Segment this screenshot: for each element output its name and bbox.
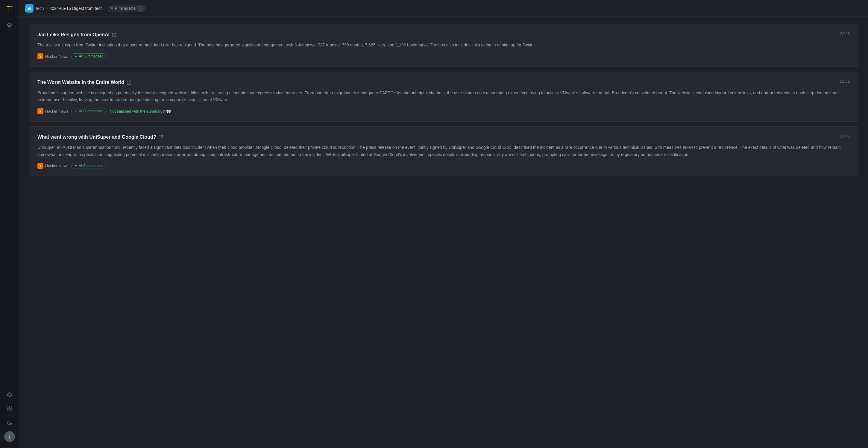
- article-body: UniSuper, an Australian superannuation f…: [37, 144, 850, 158]
- breadcrumb-source-link[interactable]: tech: [36, 6, 44, 11]
- sparkle-icon: ✦: [74, 164, 77, 168]
- source-icon: [25, 4, 33, 12]
- hn-icon: Y: [37, 53, 43, 59]
- hn-icon: Y: [37, 108, 43, 114]
- external-link-icon[interactable]: [158, 135, 163, 140]
- ai-summarized-badge[interactable]: ✦ AI Summarized: [71, 108, 106, 114]
- source-badge: Y Hacker News: [37, 163, 68, 169]
- sidebar: j: [0, 0, 19, 448]
- source-name: Hacker News: [45, 109, 68, 114]
- article-title-text: What went wrong with UniSuper and Google…: [37, 134, 156, 141]
- article-time: 21:52: [840, 79, 850, 84]
- article-body: Broadcom's support website is critiqued …: [37, 90, 850, 103]
- moon-icon[interactable]: [4, 417, 16, 429]
- sparkle-icon: ✦: [74, 55, 77, 58]
- ai-badge-label: AI Summarized: [79, 54, 103, 58]
- app-logo[interactable]: [4, 4, 15, 14]
- article-footer: Y Hacker News ✦ AI Summarized Not satisf…: [37, 108, 850, 114]
- svg-point-2: [30, 9, 31, 10]
- items-count: 9: [115, 6, 117, 10]
- breadcrumb: tech > 2024-05-15 Digest from tech: [36, 6, 103, 11]
- settings-icon[interactable]: [4, 402, 16, 415]
- article-header: The Worst Website in the Entire World 21…: [37, 79, 850, 86]
- article-time: 22:08: [840, 31, 850, 36]
- sparkle-icon: ✦: [74, 109, 77, 113]
- help-icon[interactable]: ?: [138, 6, 143, 11]
- article-body: The text is a snippet from Twitter indic…: [37, 41, 850, 49]
- article-time: 21:43: [840, 134, 850, 138]
- article-header: What went wrong with UniSuper and Google…: [37, 134, 850, 141]
- content-area: Jan Leike Resigns from OpenAI 22:08 The …: [19, 17, 868, 448]
- bug-icon[interactable]: [4, 388, 16, 400]
- article-worst-website[interactable]: The Worst Website in the Entire World 21…: [29, 71, 859, 122]
- ai-summarized-badge[interactable]: ✦ AI Summarized: [71, 163, 106, 169]
- source-name: Hacker News: [45, 54, 68, 59]
- unsatisfied-link[interactable]: Not satisfied with the summary? 👀: [110, 109, 170, 114]
- breadcrumb-current: 2024-05-15 Digest from tech: [50, 6, 102, 11]
- article-footer: Y Hacker News ✦ AI Summarized: [37, 163, 850, 169]
- emoji-eyes: 👀: [166, 109, 171, 114]
- breadcrumb-separator: >: [45, 6, 48, 10]
- ai-badge-label: AI Summarized: [79, 164, 103, 168]
- items-badge: 9 items total ?: [107, 5, 146, 12]
- article-unisuper[interactable]: What went wrong with UniSuper and Google…: [29, 126, 859, 176]
- hn-icon: Y: [37, 163, 43, 169]
- article-header: Jan Leike Resigns from OpenAI 22:08: [37, 31, 850, 38]
- article-title: The Worst Website in the Entire World: [37, 79, 131, 86]
- header: tech > 2024-05-15 Digest from tech 9 ite…: [19, 0, 868, 17]
- article-footer: Y Hacker News ✦ AI Summarized: [37, 53, 850, 59]
- article-title-text: The Worst Website in the Entire World: [37, 79, 124, 86]
- article-jan-leike[interactable]: Jan Leike Resigns from OpenAI 22:08 The …: [29, 24, 859, 67]
- external-link-icon[interactable]: [112, 32, 117, 37]
- unsatisfied-label: Not satisfied with the summary?: [110, 109, 165, 114]
- article-title: What went wrong with UniSuper and Google…: [37, 134, 163, 141]
- items-label: items total: [119, 6, 136, 10]
- avatar[interactable]: j: [4, 431, 15, 442]
- article-title-text: Jan Leike Resigns from OpenAI: [37, 31, 110, 38]
- article-title: Jan Leike Resigns from OpenAI: [37, 31, 117, 38]
- source-badge: Y Hacker News: [37, 53, 68, 59]
- ai-badge-label: AI Summarized: [79, 109, 103, 113]
- svg-point-1: [9, 408, 10, 409]
- source-badge: Y Hacker News: [37, 108, 68, 114]
- items-badge-dot: [111, 7, 113, 9]
- svg-point-0: [8, 393, 11, 396]
- main-area: tech > 2024-05-15 Digest from tech 9 ite…: [19, 0, 868, 448]
- source-name: Hacker News: [45, 163, 68, 168]
- external-link-icon[interactable]: [127, 80, 131, 85]
- layers-icon[interactable]: [4, 19, 16, 31]
- ai-summarized-badge[interactable]: ✦ AI Summarized: [71, 53, 106, 59]
